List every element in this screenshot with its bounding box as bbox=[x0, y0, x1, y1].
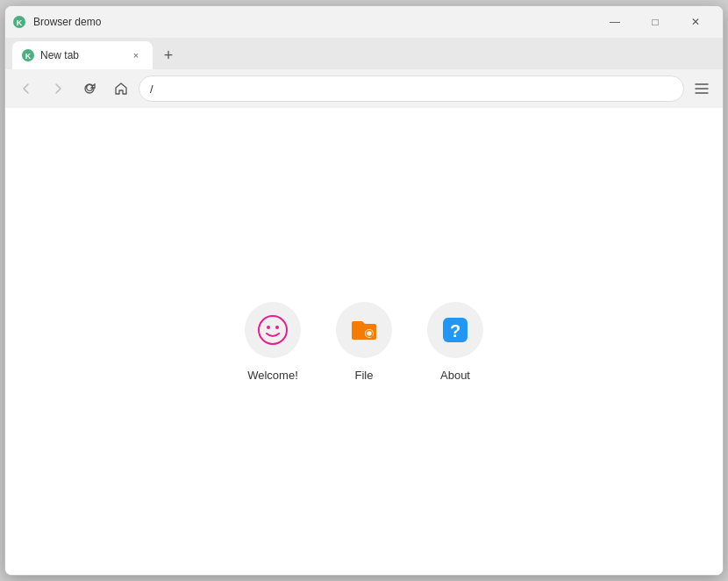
welcome-emoji-icon bbox=[257, 314, 289, 346]
about-question-icon: ? bbox=[439, 314, 471, 346]
file-label: File bbox=[355, 369, 374, 382]
menu-button[interactable] bbox=[688, 75, 716, 103]
maximize-button[interactable]: □ bbox=[635, 6, 675, 38]
svg-text:K: K bbox=[25, 52, 32, 61]
svg-point-9 bbox=[275, 326, 279, 329]
address-text: / bbox=[150, 82, 673, 96]
shortcut-file[interactable]: File bbox=[336, 302, 392, 382]
title-bar: K Browser demo — □ ✕ bbox=[5, 6, 723, 38]
svg-text:K: K bbox=[17, 18, 23, 27]
tab-close-button[interactable]: × bbox=[128, 47, 144, 63]
content-area: Welcome! File bbox=[5, 108, 723, 575]
app-icon: K bbox=[12, 15, 26, 29]
reload-icon bbox=[82, 82, 96, 96]
address-bar[interactable]: / bbox=[139, 75, 684, 102]
shortcuts-grid: Welcome! File bbox=[245, 302, 483, 382]
reload-button[interactable] bbox=[75, 75, 103, 103]
shortcut-about[interactable]: ? About bbox=[427, 302, 483, 382]
forward-button[interactable] bbox=[44, 75, 72, 103]
browser-window: K Browser demo — □ ✕ K New tab × + bbox=[4, 5, 724, 576]
nav-bar: / bbox=[5, 69, 723, 108]
shortcut-welcome[interactable]: Welcome! bbox=[245, 302, 301, 382]
tab-favicon: K bbox=[21, 48, 35, 62]
back-button[interactable] bbox=[12, 75, 40, 103]
active-tab[interactable]: K New tab × bbox=[12, 41, 153, 69]
file-icon-container bbox=[336, 302, 392, 358]
new-tab-button[interactable]: + bbox=[156, 43, 181, 68]
forward-icon bbox=[51, 82, 65, 96]
about-icon-container: ? bbox=[427, 302, 483, 358]
about-label: About bbox=[440, 369, 470, 382]
svg-point-8 bbox=[267, 326, 270, 329]
svg-text:?: ? bbox=[450, 321, 460, 341]
svg-point-7 bbox=[259, 316, 287, 344]
close-button[interactable]: ✕ bbox=[675, 6, 716, 38]
back-icon bbox=[19, 82, 33, 96]
welcome-label: Welcome! bbox=[247, 369, 298, 382]
file-folder-icon bbox=[348, 314, 380, 346]
home-icon bbox=[114, 82, 128, 96]
tab-title: New tab bbox=[40, 49, 123, 61]
menu-icon bbox=[695, 82, 709, 95]
welcome-icon-container bbox=[245, 302, 301, 358]
home-button[interactable] bbox=[107, 75, 135, 103]
window-title: Browser demo bbox=[33, 16, 595, 28]
window-controls: — □ ✕ bbox=[595, 6, 716, 38]
minimize-button[interactable]: — bbox=[595, 6, 635, 38]
tab-bar: K New tab × + bbox=[5, 38, 723, 69]
